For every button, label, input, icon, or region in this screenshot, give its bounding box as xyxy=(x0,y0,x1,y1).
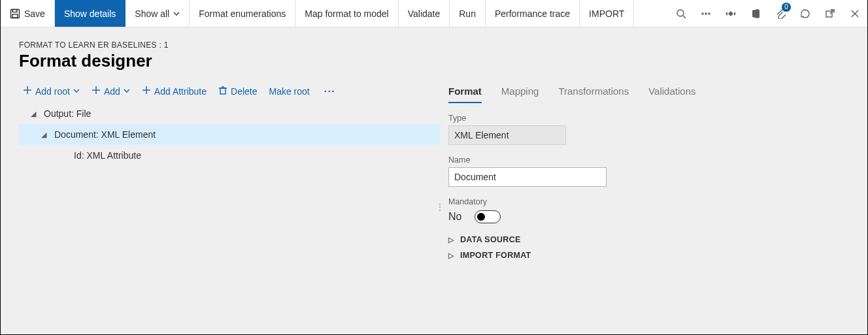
tree-more-button[interactable]: ··· xyxy=(322,86,339,97)
datasource-label: DATA SOURCE xyxy=(460,235,521,244)
add-button[interactable]: Add xyxy=(92,86,130,97)
make-root-button[interactable]: Make root xyxy=(269,86,310,97)
svg-rect-13 xyxy=(826,11,832,17)
tree-node-label: Document: XML Element xyxy=(54,129,156,140)
mandatory-label: Mandatory xyxy=(448,197,849,206)
add-root-button[interactable]: Add root xyxy=(23,86,80,97)
chevron-down-icon xyxy=(73,88,80,95)
mandatory-toggle[interactable] xyxy=(475,210,501,223)
performance-trace-label: Performance trace xyxy=(495,8,570,19)
format-enumerations-button[interactable]: Format enumerations xyxy=(190,0,295,27)
chevron-down-icon xyxy=(124,88,130,95)
svg-rect-2 xyxy=(12,14,18,18)
tree-node-document[interactable]: ◢ Document: XML Element xyxy=(19,124,441,145)
tab-validations[interactable]: Validations xyxy=(648,86,695,103)
map-format-button[interactable]: Map format to model xyxy=(295,0,398,27)
tree-node-id[interactable]: Id: XML Attribute xyxy=(19,145,441,166)
mandatory-value: No xyxy=(448,211,461,223)
attachments-button[interactable]: 0 xyxy=(768,0,793,27)
plus-icon xyxy=(142,86,151,97)
properties-tabs: Format Mapping Transformations Validatio… xyxy=(448,86,849,103)
popout-icon xyxy=(825,8,835,19)
svg-rect-23 xyxy=(220,88,225,94)
delete-button[interactable]: Delete xyxy=(218,86,257,97)
performance-trace-button[interactable]: Performance trace xyxy=(486,0,580,27)
more-button[interactable] xyxy=(693,0,718,27)
tree-toolbar: Add root Add Add Attribute Delete xyxy=(19,86,441,103)
close-icon xyxy=(850,8,860,19)
run-label: Run xyxy=(459,8,476,19)
import-button[interactable]: IMPORT xyxy=(580,0,634,27)
svg-point-3 xyxy=(677,10,684,16)
add-label: Add xyxy=(104,86,120,97)
plus-icon xyxy=(92,86,101,97)
svg-marker-12 xyxy=(758,9,760,18)
refresh-button[interactable] xyxy=(793,0,818,27)
type-field: Type XML Element xyxy=(448,114,849,145)
add-attribute-label: Add Attribute xyxy=(154,86,207,97)
tab-format[interactable]: Format xyxy=(448,86,482,103)
connector-icon xyxy=(726,8,736,19)
trash-icon xyxy=(218,86,227,97)
breadcrumb: FORMAT TO LEARN ER BASELINES : 1 xyxy=(19,40,849,50)
collapse-icon[interactable]: ◢ xyxy=(39,131,49,139)
format-tree: ◢ Output: File ◢ Document: XML Element I… xyxy=(19,103,441,166)
tree-node-label: Id: XML Attribute xyxy=(74,150,141,161)
tab-transformations[interactable]: Transformations xyxy=(558,86,629,103)
mandatory-field: Mandatory No xyxy=(448,197,849,223)
svg-marker-10 xyxy=(734,12,736,16)
add-root-label: Add root xyxy=(35,86,70,97)
tree-node-output[interactable]: ◢ Output: File xyxy=(19,103,441,124)
toggle-knob xyxy=(477,213,485,221)
collapse-icon[interactable]: ◢ xyxy=(28,110,39,118)
svg-line-4 xyxy=(683,16,686,18)
close-button[interactable] xyxy=(843,0,867,27)
svg-marker-11 xyxy=(752,9,758,18)
save-label: Save xyxy=(24,8,45,19)
make-root-label: Make root xyxy=(269,86,310,97)
importformat-expander[interactable]: ▷ IMPORT FORMAT xyxy=(448,251,849,260)
save-icon xyxy=(10,8,20,19)
show-all-button[interactable]: Show all xyxy=(125,0,190,27)
office-button[interactable] xyxy=(743,0,768,27)
importformat-label: IMPORT FORMAT xyxy=(460,251,531,260)
connector-button[interactable] xyxy=(718,0,743,27)
svg-rect-1 xyxy=(12,9,17,12)
chevron-right-icon: ▷ xyxy=(448,251,455,260)
chevron-down-icon xyxy=(173,8,180,19)
tree-node-label: Output: File xyxy=(44,108,91,119)
popout-button[interactable] xyxy=(818,0,843,27)
show-all-label: Show all xyxy=(135,8,169,19)
page-body: FORMAT TO LEARN ER BASELINES : 1 Format … xyxy=(1,27,867,334)
format-tree-panel: Add root Add Add Attribute Delete xyxy=(19,86,441,166)
command-bar: Save Show details Show all Format enumer… xyxy=(1,0,867,27)
page-title: Format designer xyxy=(19,51,849,71)
format-enumerations-label: Format enumerations xyxy=(199,8,286,19)
show-details-label: Show details xyxy=(64,8,116,19)
svg-marker-8 xyxy=(728,11,733,16)
properties-panel: ⋮ Format Mapping Transformations Validat… xyxy=(448,86,849,260)
splitter-handle[interactable]: ⋮ xyxy=(435,206,444,208)
name-input[interactable] xyxy=(448,167,607,187)
office-icon xyxy=(750,8,761,19)
import-label: IMPORT xyxy=(589,8,624,19)
chevron-right-icon: ▷ xyxy=(448,236,455,244)
svg-marker-9 xyxy=(726,12,727,16)
svg-point-5 xyxy=(702,13,703,14)
search-button[interactable] xyxy=(669,0,693,27)
type-value: XML Element xyxy=(448,125,566,145)
tab-mapping[interactable]: Mapping xyxy=(501,86,539,103)
search-icon xyxy=(676,8,686,19)
add-attribute-button[interactable]: Add Attribute xyxy=(142,86,207,97)
attachments-badge: 0 xyxy=(782,3,791,12)
delete-label: Delete xyxy=(231,86,257,97)
validate-button[interactable]: Validate xyxy=(399,0,450,27)
save-button[interactable]: Save xyxy=(1,0,55,27)
name-field: Name xyxy=(448,155,849,187)
show-details-button[interactable]: Show details xyxy=(55,0,125,27)
map-format-label: Map format to model xyxy=(305,8,388,19)
datasource-expander[interactable]: ▷ DATA SOURCE xyxy=(448,235,849,244)
svg-point-6 xyxy=(705,13,707,14)
svg-point-7 xyxy=(709,13,710,14)
run-button[interactable]: Run xyxy=(450,0,486,27)
